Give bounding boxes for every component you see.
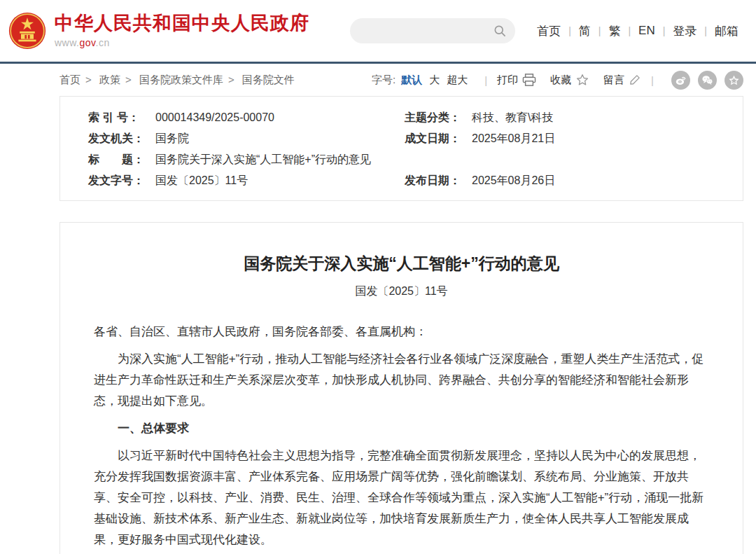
share-qzone-button[interactable]	[724, 71, 743, 90]
search-box[interactable]	[350, 18, 515, 43]
article-toolbar: 字号: 默认 大 超大 | 打印 收藏 留言	[372, 71, 743, 90]
star-icon	[575, 73, 589, 87]
top-nav: 首页| 简| 繁| EN| 登录| 邮箱	[529, 23, 746, 39]
print-button[interactable]: 打印	[497, 74, 536, 87]
breadcrumb-state-council-docs[interactable]: 国务院文件	[242, 74, 295, 85]
nav-traditional[interactable]: 繁	[601, 23, 628, 39]
meta-publish-date: 发布日期： 2025年08月26日	[405, 170, 729, 191]
meta-written-date: 成文日期： 2025年08月21日	[405, 128, 729, 149]
document-number: 国发〔2025〕11号	[94, 284, 709, 299]
favorite-button[interactable]: 收藏	[550, 73, 589, 87]
meta-document-number: 发文字号： 国发〔2025〕11号	[88, 170, 405, 191]
nav-mailbox[interactable]: 邮箱	[707, 23, 746, 39]
section-heading: 一、总体要求	[94, 418, 709, 439]
salutation: 各省、自治区、直辖市人民政府，国务院各部委、各直属机构：	[94, 321, 709, 342]
breadcrumb-separator: >	[125, 74, 132, 85]
font-size-large[interactable]: 大	[429, 74, 440, 87]
font-size-default[interactable]: 默认	[401, 74, 422, 87]
document-body: 各省、自治区、直辖市人民政府，国务院各部委、各直属机构： 为深入实施“人工智能+…	[94, 321, 709, 554]
site-title: 中华人民共和国中央人民政府	[55, 13, 309, 34]
document-title: 国务院关于深入实施“人工智能+”行动的意见	[94, 252, 709, 275]
share-buttons	[664, 71, 743, 90]
weibo-icon	[675, 74, 687, 86]
meta-title: 标 题： 国务院关于深入实施“人工智能+”行动的意见	[88, 149, 729, 170]
nav-login[interactable]: 登录	[665, 23, 704, 39]
site-url: www.gov.cn	[55, 37, 309, 48]
printer-icon	[522, 74, 536, 86]
breadcrumb-home[interactable]: 首页	[59, 74, 80, 85]
wechat-icon	[701, 74, 713, 86]
breadcrumb-separator: >	[228, 74, 234, 85]
site-ident: 中华人民共和国中央人民政府 www.gov.cn	[55, 13, 309, 48]
article-content: 国务院关于深入实施“人工智能+”行动的意见 国发〔2025〕11号 各省、自治区…	[59, 222, 743, 554]
breadcrumb: 首页> 政策> 国务院政策文件库> 国务院文件	[59, 74, 295, 87]
nav-home[interactable]: 首页	[529, 23, 568, 39]
breadcrumb-policy[interactable]: 政策	[99, 74, 120, 85]
meta-index-number: 索 引 号： 000014349/2025-00070	[88, 107, 405, 128]
meta-issuing-agency: 发文机关： 国务院	[88, 128, 405, 149]
site-header: 中华人民共和国中央人民政府 www.gov.cn 首页| 简| 繁| EN| 登…	[0, 0, 756, 62]
qzone-star-icon	[728, 74, 740, 86]
meta-topic-category: 主题分类： 科技、教育\科技	[405, 107, 729, 128]
nav-english[interactable]: EN	[631, 24, 663, 38]
share-wechat-button[interactable]	[698, 71, 717, 90]
paragraph: 为深入实施“人工智能+”行动，推动人工智能与经济社会各行业各领域广泛深度融合，重…	[94, 349, 709, 412]
nav-simplified[interactable]: 简	[571, 23, 598, 39]
font-size-xlarge[interactable]: 超大	[447, 74, 468, 87]
national-emblem-icon	[8, 12, 46, 50]
toolbar-separator: |	[484, 74, 487, 86]
search-input[interactable]	[361, 25, 493, 36]
breadcrumb-policy-library[interactable]: 国务院政策文件库	[139, 74, 223, 85]
site-logo[interactable]: 中华人民共和国中央人民政府 www.gov.cn	[8, 12, 309, 50]
comment-button[interactable]: 留言	[603, 74, 641, 87]
pencil-icon	[629, 74, 641, 86]
toolbar-separator: |	[651, 74, 654, 86]
breadcrumb-separator: >	[85, 74, 92, 85]
paragraph: 以习近平新时代中国特色社会主义思想为指导，完整准确全面贯彻新发展理念，坚持以人民…	[94, 445, 709, 550]
search-icon[interactable]	[493, 24, 507, 38]
share-weibo-button[interactable]	[671, 71, 690, 90]
font-size-label: 字号:	[372, 74, 396, 87]
document-metadata: 索 引 号： 000014349/2025-00070 主题分类： 科技、教育\…	[59, 96, 743, 201]
